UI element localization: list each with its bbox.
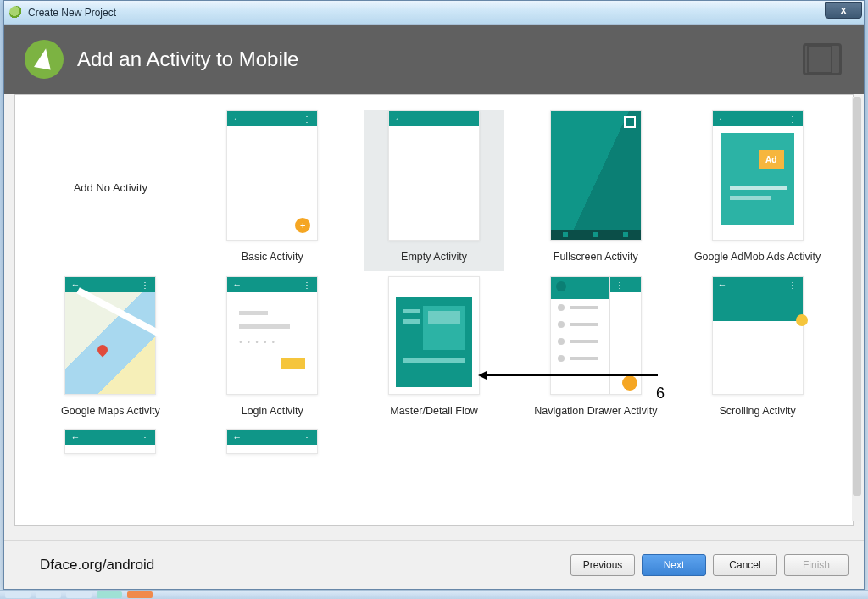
back-arrow-icon: ←: [232, 433, 242, 442]
taskbar-item[interactable]: [36, 591, 61, 598]
activity-thumb: ←⋮: [64, 429, 156, 454]
activity-thumb: ←⋮ +: [226, 110, 318, 241]
windows-taskbar[interactable]: [0, 590, 868, 599]
overflow-icon: ⋮: [303, 280, 312, 290]
activity-label: Basic Activity: [242, 251, 303, 263]
overflow-icon: ⋮: [141, 433, 150, 442]
overflow-icon: ⋮: [615, 280, 625, 290]
activity-thumb: [388, 276, 480, 395]
taskbar-item[interactable]: [97, 591, 122, 598]
close-icon: x: [841, 4, 847, 16]
activity-label: Master/Detail Flow: [390, 405, 478, 417]
taskbar-item[interactable]: [127, 591, 153, 598]
back-arrow-icon: ←: [232, 280, 242, 290]
wizard-footer: Dface.org/android Previous Next Cancel F…: [4, 540, 864, 589]
activity-card-nav-drawer[interactable]: ⋮ Navigation Drawer Activity: [526, 276, 665, 424]
activity-label: Navigation Drawer Activity: [534, 405, 657, 417]
activity-thumb: [550, 110, 642, 241]
overflow-icon: ⋮: [141, 280, 150, 290]
android-logo-icon: [25, 40, 64, 79]
taskbar-item[interactable]: [66, 591, 92, 598]
wizard-header: Add an Activity to Mobile: [4, 25, 864, 94]
activity-card-fullscreen[interactable]: Fullscreen Activity: [526, 110, 665, 271]
activity-thumb: ⋮: [550, 276, 642, 395]
activity-card-basic[interactable]: ←⋮ + Basic Activity: [203, 110, 342, 271]
back-arrow-icon: ←: [394, 114, 403, 124]
next-button[interactable]: Next: [642, 554, 706, 576]
activity-thumb: ←⋮: [226, 429, 318, 454]
activity-gallery: Add No Activity ←⋮ + Basic Activity ← Em…: [14, 94, 854, 526]
titlebar[interactable]: Create New Project x: [4, 1, 864, 25]
activity-card-add-no-activity[interactable]: Add No Activity: [41, 110, 181, 271]
activity-card-master-detail[interactable]: Master/Detail Flow: [364, 276, 504, 424]
form-factor-icon: [803, 43, 842, 75]
activity-label: Scrolling Activity: [719, 405, 795, 417]
fab-icon: +: [295, 218, 310, 233]
annotation-number: 6: [656, 385, 665, 402]
activity-thumb: ←: [388, 110, 480, 241]
back-arrow-icon: ←: [718, 114, 727, 124]
android-studio-icon: [9, 6, 23, 19]
activity-thumb: ←⋮ • • • • •: [226, 276, 318, 395]
activity-card-empty[interactable]: ← Empty Activity: [364, 110, 504, 271]
finish-button: Finish: [784, 554, 849, 576]
map-pin-icon: [96, 343, 110, 358]
watermark-text: Dface.org/android: [40, 557, 154, 574]
wizard-title: Add an Activity to Mobile: [77, 47, 298, 71]
previous-button[interactable]: Previous: [570, 554, 635, 576]
activity-label: Fullscreen Activity: [554, 251, 638, 263]
activity-label: Google Maps Activity: [61, 405, 160, 417]
vertical-scrollbar[interactable]: [852, 97, 862, 521]
scrollbar-thumb[interactable]: [853, 97, 861, 496]
annotation-arrow: [480, 374, 658, 376]
dialog-window: Create New Project x Add an Activity to …: [3, 0, 865, 590]
activity-label: Login Activity: [242, 405, 303, 417]
taskbar-item[interactable]: [5, 591, 31, 598]
activity-thumb: ←⋮: [64, 276, 156, 395]
activity-card-partial-2[interactable]: ←⋮: [203, 429, 342, 461]
activity-card-scrolling[interactable]: ←⋮ Scrolling Activity: [687, 276, 827, 424]
activity-label: Add No Activity: [74, 181, 147, 194]
cancel-button[interactable]: Cancel: [713, 554, 777, 576]
activity-label: Empty Activity: [401, 251, 467, 263]
fab-icon: [622, 375, 637, 391]
activity-card-maps[interactable]: ←⋮ Google Maps Activity: [41, 276, 181, 424]
back-arrow-icon: ←: [232, 114, 242, 124]
back-arrow-icon: ←: [70, 433, 80, 442]
activity-card-partial-1[interactable]: ←⋮: [41, 429, 181, 461]
activity-thumb: ←⋮: [712, 276, 804, 395]
overflow-icon: ⋮: [303, 114, 312, 124]
back-arrow-icon: ←: [718, 280, 727, 290]
ad-badge: Ad: [759, 150, 784, 169]
activity-thumb: ←⋮ Ad: [712, 110, 804, 241]
activity-card-login[interactable]: ←⋮ • • • • • Login Activity: [203, 276, 342, 424]
overflow-icon: ⋮: [303, 433, 312, 442]
activity-label: Google AdMob Ads Activity: [694, 251, 821, 263]
window-title: Create New Project: [28, 7, 116, 19]
overflow-icon: ⋮: [788, 114, 798, 124]
overflow-icon: ⋮: [788, 280, 798, 290]
activity-card-admob[interactable]: ←⋮ Ad Google AdMob Ads Activity: [687, 110, 827, 271]
window-close-button[interactable]: x: [825, 2, 862, 19]
